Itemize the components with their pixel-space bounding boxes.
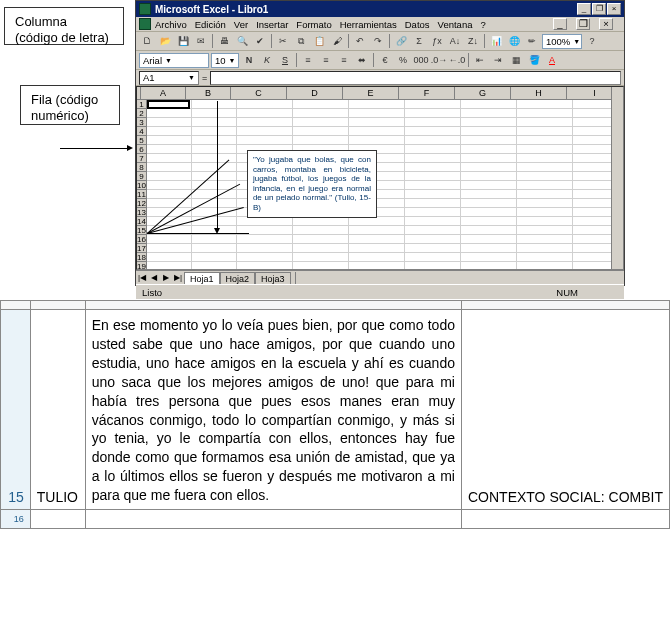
chart-icon[interactable]: 📊: [488, 34, 504, 49]
cells-area[interactable]: "Yo jugaba que bolas, que con carros, mo…: [147, 100, 623, 269]
fill-color-icon[interactable]: 🪣: [526, 53, 542, 68]
preview-icon[interactable]: 🔍: [234, 34, 250, 49]
formula-input[interactable]: [210, 71, 621, 85]
help-icon[interactable]: ?: [584, 34, 600, 49]
function-icon[interactable]: ƒx: [429, 34, 445, 49]
row-header[interactable]: 11: [137, 190, 146, 199]
decrease-decimal-icon[interactable]: ←.0: [449, 53, 465, 68]
italic-icon[interactable]: K: [259, 53, 275, 68]
copy-icon[interactable]: ⧉: [293, 34, 309, 49]
tab-first-icon[interactable]: |◀: [136, 273, 148, 282]
print-icon[interactable]: 🖶: [216, 34, 232, 49]
doc-close-button[interactable]: ×: [599, 18, 613, 30]
menu-formato[interactable]: Formato: [296, 19, 331, 30]
underline-icon[interactable]: S: [277, 53, 293, 68]
row-header[interactable]: 15: [137, 226, 146, 235]
name-box[interactable]: A1 ▼: [139, 71, 199, 85]
merge-icon[interactable]: ⬌: [354, 53, 370, 68]
menu-datos[interactable]: Datos: [405, 19, 430, 30]
restore-button[interactable]: ❐: [592, 3, 606, 15]
separator: [271, 34, 272, 48]
row-header[interactable]: 14: [137, 217, 146, 226]
tab-prev-icon[interactable]: ◀: [148, 273, 160, 282]
menu-insertar[interactable]: Insertar: [256, 19, 288, 30]
percent-icon[interactable]: %: [395, 53, 411, 68]
row-header[interactable]: 4: [137, 127, 146, 136]
menu-help[interactable]: ?: [480, 19, 485, 30]
chevron-down-icon: ▼: [573, 38, 580, 45]
menu-edicion[interactable]: Edición: [195, 19, 226, 30]
row-header[interactable]: 16: [137, 235, 146, 244]
font-dropdown[interactable]: Arial▼: [139, 53, 209, 68]
column-header[interactable]: E: [343, 87, 399, 99]
minimize-button[interactable]: _: [577, 3, 591, 15]
horizontal-scrollbar[interactable]: [295, 272, 624, 284]
align-right-icon[interactable]: ≡: [336, 53, 352, 68]
column-header[interactable]: C: [231, 87, 287, 99]
paste-icon[interactable]: 📋: [311, 34, 327, 49]
indent-decrease-icon[interactable]: ⇤: [472, 53, 488, 68]
sort-desc-icon[interactable]: Z↓: [465, 34, 481, 49]
spellcheck-icon[interactable]: ✔: [252, 34, 268, 49]
tab-last-icon[interactable]: ▶|: [172, 273, 184, 282]
row-header[interactable]: 6: [137, 145, 146, 154]
open-icon[interactable]: 📂: [157, 34, 173, 49]
row-header[interactable]: 12: [137, 199, 146, 208]
increase-decimal-icon[interactable]: .0→: [431, 53, 447, 68]
menu-archivo[interactable]: Archivo: [155, 19, 187, 30]
column-header[interactable]: A: [141, 87, 186, 99]
row-header[interactable]: 18: [137, 253, 146, 262]
row-header[interactable]: 9: [137, 172, 146, 181]
separator: [348, 34, 349, 48]
menu-herramientas[interactable]: Herramientas: [340, 19, 397, 30]
sheet-tab-3[interactable]: Hoja3: [255, 272, 291, 284]
column-header[interactable]: H: [511, 87, 567, 99]
borders-icon[interactable]: ▦: [508, 53, 524, 68]
doc-minimize-button[interactable]: _: [553, 18, 567, 30]
map-icon[interactable]: 🌐: [506, 34, 522, 49]
doc-restore-button[interactable]: ❐: [576, 18, 590, 30]
spreadsheet-grid[interactable]: ABCDEFGHI 123456789101112131415161718192…: [136, 86, 624, 270]
sheet-tab-1[interactable]: Hoja1: [184, 272, 220, 284]
row-header[interactable]: 17: [137, 244, 146, 253]
row-header[interactable]: 1: [137, 100, 146, 109]
column-header[interactable]: G: [455, 87, 511, 99]
bold-icon[interactable]: N: [241, 53, 257, 68]
close-button[interactable]: ×: [607, 3, 621, 15]
column-header[interactable]: F: [399, 87, 455, 99]
undo-icon[interactable]: ↶: [352, 34, 368, 49]
tab-next-icon[interactable]: ▶: [160, 273, 172, 282]
save-icon[interactable]: 💾: [175, 34, 191, 49]
align-left-icon[interactable]: ≡: [300, 53, 316, 68]
cut-icon[interactable]: ✂: [275, 34, 291, 49]
link-icon[interactable]: 🔗: [393, 34, 409, 49]
vertical-scrollbar[interactable]: [611, 87, 623, 269]
column-header[interactable]: B: [186, 87, 231, 99]
new-icon[interactable]: 🗋: [139, 34, 155, 49]
zoom-dropdown[interactable]: 100%▼: [542, 34, 582, 49]
column-header[interactable]: D: [287, 87, 343, 99]
menu-ver[interactable]: Ver: [234, 19, 248, 30]
font-size-dropdown[interactable]: 10▼: [211, 53, 239, 68]
sort-asc-icon[interactable]: A↓: [447, 34, 463, 49]
row-header[interactable]: 19: [137, 262, 146, 269]
format-painter-icon[interactable]: 🖌: [329, 34, 345, 49]
redo-icon[interactable]: ↷: [370, 34, 386, 49]
font-color-icon[interactable]: A: [544, 53, 560, 68]
indent-increase-icon[interactable]: ⇥: [490, 53, 506, 68]
mail-icon[interactable]: ✉: [193, 34, 209, 49]
currency-icon[interactable]: €: [377, 53, 393, 68]
menu-ventana[interactable]: Ventana: [438, 19, 473, 30]
row-header[interactable]: 3: [137, 118, 146, 127]
align-center-icon[interactable]: ≡: [318, 53, 334, 68]
row-header[interactable]: 8: [137, 163, 146, 172]
row-header[interactable]: 10: [137, 181, 146, 190]
row-header[interactable]: 5: [137, 136, 146, 145]
drawing-icon[interactable]: ✏: [524, 34, 540, 49]
autosum-icon[interactable]: Σ: [411, 34, 427, 49]
row-header[interactable]: 2: [137, 109, 146, 118]
sheet-tab-2[interactable]: Hoja2: [220, 272, 256, 284]
row-header[interactable]: 13: [137, 208, 146, 217]
row-header[interactable]: 7: [137, 154, 146, 163]
comma-icon[interactable]: 000: [413, 53, 429, 68]
